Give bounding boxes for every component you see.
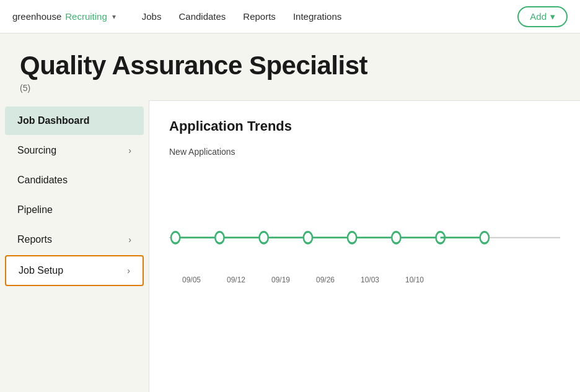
- sidebar-item-label: Job Setup: [19, 265, 63, 276]
- logo[interactable]: greenhouse Recruiting ▾: [12, 11, 116, 22]
- top-navigation: greenhouse Recruiting ▾ Jobs Candidates …: [0, 0, 580, 33]
- svg-point-3: [260, 232, 268, 243]
- nav-jobs[interactable]: Jobs: [142, 11, 162, 22]
- sidebar-item-label: Job Dashboard: [17, 115, 89, 126]
- nav-links: Jobs Candidates Reports Integrations: [142, 11, 342, 22]
- sidebar-item-reports[interactable]: Reports ›: [5, 225, 144, 254]
- nav-reports[interactable]: Reports: [243, 11, 276, 22]
- sidebar-item-job-setup[interactable]: Job Setup ›: [5, 255, 144, 286]
- svg-point-6: [392, 232, 400, 243]
- content-area: Application Trends New Applications: [149, 100, 580, 392]
- svg-point-1: [171, 232, 180, 243]
- svg-point-4: [304, 232, 312, 243]
- sidebar-item-pipeline[interactable]: Pipeline: [5, 196, 144, 224]
- chart-line-area: [169, 172, 560, 271]
- chart-title: Application Trends: [169, 118, 560, 134]
- chart-label-2: 09/19: [258, 276, 303, 284]
- page-title: Quality Assurance Specialist: [20, 51, 560, 81]
- sidebar-item-sourcing[interactable]: Sourcing ›: [5, 136, 144, 165]
- logo-greenhouse: greenhouse: [12, 11, 61, 22]
- add-chevron-icon: ▾: [550, 11, 555, 22]
- svg-point-5: [348, 232, 356, 243]
- page-subtitle: (5): [20, 83, 560, 93]
- svg-point-2: [215, 232, 224, 243]
- nav-integrations[interactable]: Integrations: [293, 11, 341, 22]
- svg-point-8: [480, 232, 489, 243]
- chart-label-0: 09/05: [169, 276, 214, 284]
- sidebar-item-label: Pipeline: [17, 204, 53, 216]
- chart-labels: 09/05 09/12 09/19 09/26 10/03 10/10: [169, 276, 560, 284]
- logo-recruiting: Recruiting: [65, 11, 107, 22]
- chart-container: 09/05 09/12 09/19 09/26 10/03 10/10: [169, 172, 560, 295]
- sidebar-item-label: Reports: [17, 234, 52, 245]
- chevron-right-icon: ›: [127, 266, 130, 276]
- sidebar: Job Dashboard Sourcing › Candidates Pipe…: [0, 100, 149, 392]
- chevron-right-icon: ›: [128, 146, 131, 155]
- chart-label-4: 10/03: [348, 276, 392, 284]
- main-layout: Job Dashboard Sourcing › Candidates Pipe…: [0, 100, 580, 392]
- page-header: Quality Assurance Specialist (5): [0, 33, 580, 100]
- sidebar-item-label: Sourcing: [17, 145, 56, 156]
- application-trends-chart: [169, 172, 560, 271]
- chart-subtitle: New Applications: [169, 147, 560, 157]
- logo-chevron-icon: ▾: [112, 12, 116, 21]
- add-button[interactable]: Add ▾: [517, 6, 568, 27]
- sidebar-item-job-dashboard[interactable]: Job Dashboard: [5, 107, 144, 135]
- chart-label-3: 09/26: [303, 276, 348, 284]
- add-label: Add: [530, 11, 547, 22]
- chart-label-1: 09/12: [214, 276, 258, 284]
- chevron-right-icon: ›: [128, 235, 131, 245]
- sidebar-item-label: Candidates: [17, 175, 68, 186]
- sidebar-item-candidates[interactable]: Candidates: [5, 166, 144, 194]
- chart-label-5: 10/10: [392, 276, 437, 284]
- nav-candidates[interactable]: Candidates: [178, 11, 226, 22]
